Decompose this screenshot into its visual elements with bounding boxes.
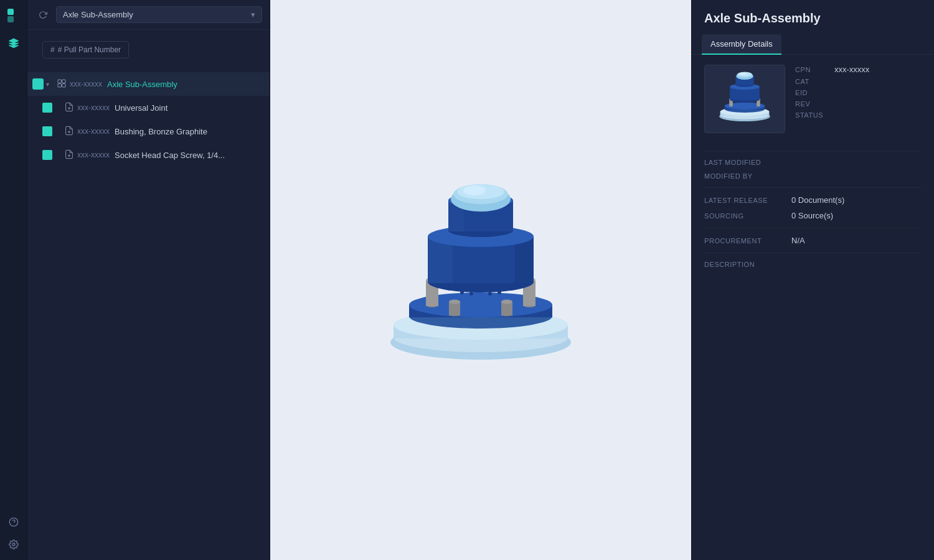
release-section: LATEST RELEASE 0 Document(s) SOURCING 0 … xyxy=(704,195,922,220)
divider-4 xyxy=(704,253,922,253)
hash-icon: # xyxy=(50,45,55,54)
status-row: STATUS xyxy=(795,111,922,119)
modified-by-label: MODIFIED BY xyxy=(704,172,791,180)
color-indicator-1 xyxy=(32,78,44,90)
cpn-row: CPN xxx-xxxxx xyxy=(795,65,922,74)
svg-point-4 xyxy=(12,543,15,546)
last-modified-row: LAST MODIFIED xyxy=(704,159,922,166)
procurement-label: PROCUREMENT xyxy=(704,237,791,245)
assembly-icon-1 xyxy=(56,78,67,90)
panel-tabs: Assembly Details xyxy=(692,34,934,55)
svg-rect-7 xyxy=(58,83,61,86)
chevron-down-icon: ▾ xyxy=(251,10,255,19)
part-icon-2 xyxy=(64,102,75,114)
part-number-2: xxx-xxxxx xyxy=(77,103,110,112)
procurement-section: PROCUREMENT N/A xyxy=(704,236,922,245)
panel-title: Axle Sub-Assembly xyxy=(692,0,934,34)
part-thumbnail xyxy=(704,65,785,133)
layers-icon[interactable] xyxy=(4,34,23,52)
right-panel: Axle Sub-Assembly Assembly Details xyxy=(691,0,934,560)
latest-release-value: 0 Document(s) xyxy=(791,195,844,205)
tree-item-3[interactable]: xxx-xxxxx Bushing, Bronze Graphite xyxy=(27,119,270,143)
svg-rect-5 xyxy=(58,80,61,83)
settings-icon[interactable] xyxy=(4,535,23,554)
sidebar: Axle Sub-Assembly ▾ # # Pull Part Number… xyxy=(27,0,270,560)
thumbnail-3d xyxy=(710,71,779,127)
divider-3 xyxy=(704,228,922,228)
status-label: STATUS xyxy=(795,111,829,119)
svg-point-50 xyxy=(498,291,501,294)
procurement-value: N/A xyxy=(791,236,805,245)
tree-item-4[interactable]: xxx-xxxxx Socket Head Cap Screw, 1/4... xyxy=(27,143,270,167)
eid-label: EID xyxy=(795,89,829,96)
eid-row: EID xyxy=(795,89,922,96)
latest-release-row: LATEST RELEASE 0 Document(s) xyxy=(704,195,922,205)
part-name-4: Socket Head Cap Screw, 1/4... xyxy=(115,151,225,160)
svg-point-30 xyxy=(449,300,460,304)
refresh-button[interactable] xyxy=(35,7,51,23)
part-number-4: xxx-xxxxx xyxy=(77,151,110,159)
rev-row: REV xyxy=(795,100,922,108)
rev-label: REV xyxy=(795,100,829,108)
pull-part-button[interactable]: # # Pull Part Number xyxy=(42,41,129,58)
svg-rect-1 xyxy=(7,16,14,22)
part-icon-4 xyxy=(64,149,75,161)
dropdown-label: Axle Sub-Assembly xyxy=(63,10,133,19)
color-indicator-2 xyxy=(42,103,52,113)
description-label: DESCRIPTION xyxy=(704,261,791,268)
svg-point-46 xyxy=(463,185,486,195)
divider-1 xyxy=(704,151,922,151)
description-row: DESCRIPTION xyxy=(704,261,922,268)
cpn-fields: CPN xxx-xxxxx CAT EID REV STATUS xyxy=(795,65,922,119)
part-name-1: Axle Sub-Assembly xyxy=(107,80,177,89)
sourcing-row: SOURCING 0 Source(s) xyxy=(704,211,922,220)
3d-model xyxy=(362,180,599,380)
part-icon-3 xyxy=(64,126,75,138)
svg-rect-8 xyxy=(62,83,65,86)
tab-assembly-details[interactable]: Assembly Details xyxy=(702,34,781,55)
chevron-icon-1: ▾ xyxy=(46,81,54,88)
nav-bottom xyxy=(4,513,23,554)
tree-list: ▾ xxx-xxxxx Axle Sub-Assembly xyxy=(27,70,270,560)
detail-image-row: CPN xxx-xxxxx CAT EID REV STATUS xyxy=(704,65,922,133)
part-number-1: xxx-xxxxx xyxy=(70,80,102,88)
procurement-row: PROCUREMENT N/A xyxy=(704,236,922,245)
part-name-3: Bushing, Bronze Graphite xyxy=(115,127,207,136)
divider-2 xyxy=(704,187,922,188)
cpn-value: xxx-xxxxx xyxy=(834,65,869,74)
svg-rect-6 xyxy=(62,80,65,83)
svg-rect-0 xyxy=(7,9,14,15)
color-indicator-4 xyxy=(42,150,52,160)
part-name-2: Universal Joint xyxy=(115,103,167,113)
svg-point-48 xyxy=(469,292,473,296)
cpn-label: CPN xyxy=(795,66,829,73)
cat-label: CAT xyxy=(795,78,829,85)
svg-point-47 xyxy=(460,291,464,294)
tree-item-1[interactable]: ▾ xxx-xxxxx Axle Sub-Assembly xyxy=(27,72,270,96)
modified-by-row: MODIFIED BY xyxy=(704,172,922,180)
color-indicator-3 xyxy=(42,126,52,136)
svg-point-49 xyxy=(488,292,492,296)
cat-row: CAT xyxy=(795,78,922,85)
info-section: LAST MODIFIED MODIFIED BY xyxy=(704,159,922,180)
svg-point-73 xyxy=(740,72,746,75)
part-number-3: xxx-xxxxx xyxy=(77,127,110,136)
panel-content: CPN xxx-xxxxx CAT EID REV STATUS xyxy=(692,55,934,560)
nav-bar xyxy=(0,0,27,560)
svg-point-33 xyxy=(501,300,512,304)
tree-item-2[interactable]: xxx-xxxxx Universal Joint xyxy=(27,96,270,119)
3d-viewer[interactable] xyxy=(270,0,691,560)
app-logo[interactable] xyxy=(5,6,22,24)
sidebar-header: Axle Sub-Assembly ▾ xyxy=(27,0,270,30)
description-section: DESCRIPTION xyxy=(704,261,922,268)
last-modified-label: LAST MODIFIED xyxy=(704,159,791,166)
sourcing-label: SOURCING xyxy=(704,212,791,220)
assembly-dropdown[interactable]: Axle Sub-Assembly ▾ xyxy=(56,6,262,23)
sourcing-value: 0 Source(s) xyxy=(791,211,833,220)
help-icon[interactable] xyxy=(4,513,23,531)
latest-release-label: LATEST RELEASE xyxy=(704,197,791,204)
